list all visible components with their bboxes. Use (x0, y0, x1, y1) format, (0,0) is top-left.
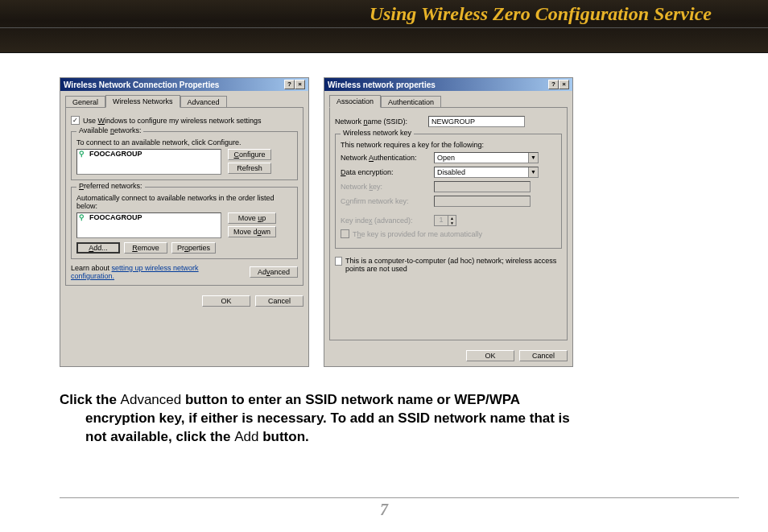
chevron-down-icon[interactable]: ▼ (528, 167, 538, 177)
adhoc-label: This is a computer-to-computer (ad hoc) … (345, 257, 562, 273)
confirm-key-input (434, 196, 531, 207)
encryption-dropdown[interactable]: Disabled ▼ (434, 167, 539, 178)
properties-button[interactable]: Properties (171, 242, 216, 254)
available-hint: To connect to an available network, clic… (76, 138, 292, 146)
tab-advanced[interactable]: Advanced (180, 96, 227, 108)
configure-button[interactable]: Configure (228, 149, 271, 160)
move-up-button[interactable]: Move up (228, 212, 276, 224)
ssid-input[interactable]: NEWGROUP (428, 116, 525, 127)
refresh-button[interactable]: Refresh (228, 163, 271, 174)
tabstrip: General Wireless Networks Advanced (65, 94, 303, 108)
network-name: FOOCAGROUP (89, 150, 142, 158)
tab-wireless-networks[interactable]: Wireless Networks (105, 95, 180, 108)
page-number: 7 (0, 501, 768, 519)
remove-button[interactable]: Remove (124, 242, 167, 254)
instruction-text: Click the Advanced button to enter an SS… (60, 391, 708, 447)
tab-panel: ✓ Use Windows to configure my wireless n… (65, 107, 303, 286)
available-networks-list[interactable]: ⚲ FOOCAGROUP (76, 149, 221, 175)
close-button[interactable]: × (295, 80, 305, 89)
add-button[interactable]: Add... (76, 242, 120, 254)
move-down-button[interactable]: Move down (228, 226, 276, 237)
key-index-label: Key index (advanced): (341, 217, 429, 225)
preferred-networks-legend: Preferred networks: (76, 182, 145, 190)
help-button[interactable]: ? (548, 80, 559, 89)
auth-value: Open (435, 154, 528, 162)
banner-divider (0, 27, 768, 28)
tab-general[interactable]: General (65, 96, 105, 108)
network-icon: ⚲ (79, 150, 87, 158)
list-item[interactable]: ⚲ FOOCAGROUP (77, 213, 221, 221)
footer-divider (60, 497, 739, 498)
tab-authentication[interactable]: Authentication (381, 96, 441, 108)
preferred-hint: Automatically connect to available netwo… (76, 194, 292, 210)
preferred-networks-group: Preferred networks: Automatically connec… (71, 187, 298, 259)
tabstrip: Association Authentication (329, 94, 568, 108)
network-name: FOOCAGROUP (89, 213, 142, 221)
available-networks-legend: Available networks: (76, 126, 143, 134)
ok-button[interactable]: OK (202, 295, 250, 307)
key-hint: This network requires a key for the foll… (341, 141, 556, 149)
network-icon: ⚲ (79, 213, 87, 221)
wireless-network-properties-dialog: Wireless network properties ? × Associat… (324, 77, 573, 367)
encryption-label: Data encryption: (341, 168, 429, 176)
available-networks-group: Available networks: To connect to an ava… (71, 131, 298, 180)
autokey-checkbox (341, 229, 349, 238)
use-windows-checkbox[interactable]: ✓ (71, 116, 80, 125)
wireless-connection-properties-dialog: Wireless Network Connection Properties ?… (60, 77, 309, 367)
network-key-label: Network key: (341, 183, 429, 191)
dialog-title: Wireless network properties (328, 80, 436, 89)
titlebar: Wireless Network Connection Properties ?… (60, 78, 308, 91)
adhoc-checkbox[interactable] (335, 257, 342, 266)
tab-association[interactable]: Association (329, 95, 381, 108)
cancel-button[interactable]: Cancel (519, 350, 568, 361)
page-title: Using Wireless Zero Configuration Servic… (370, 3, 712, 25)
key-index-spinner: 1 ▲▼ (434, 215, 456, 226)
confirm-key-label: Confirm network key: (341, 197, 429, 205)
preferred-networks-list[interactable]: ⚲ FOOCAGROUP (76, 212, 221, 238)
ssid-label: Network name (SSID): (335, 118, 423, 126)
cancel-button[interactable]: Cancel (255, 295, 303, 307)
advanced-button[interactable]: Advanced (250, 266, 298, 278)
close-button[interactable]: × (559, 80, 569, 89)
list-item[interactable]: ⚲ FOOCAGROUP (77, 150, 221, 158)
wireless-key-group: Wireless network key This network requir… (335, 134, 562, 249)
page-banner: Using Wireless Zero Configuration Servic… (0, 0, 768, 53)
dialog-title: Wireless Network Connection Properties (64, 80, 219, 89)
tab-panel: Network name (SSID): NEWGROUP Wireless n… (329, 107, 568, 340)
spinner-arrows-icon: ▲▼ (448, 216, 456, 225)
chevron-down-icon[interactable]: ▼ (528, 153, 538, 163)
use-windows-label: Use Windows to configure my wireless net… (83, 117, 262, 125)
autokey-label: The key is provided for me automatically (353, 230, 482, 238)
encryption-value: Disabled (435, 168, 528, 176)
learn-about-text: Learn about (71, 264, 112, 272)
auth-label: Network Authentication: (341, 154, 429, 162)
wireless-key-legend: Wireless network key (341, 129, 414, 137)
network-key-input (434, 181, 531, 192)
help-button[interactable]: ? (284, 80, 295, 89)
ok-button[interactable]: OK (466, 350, 514, 361)
titlebar: Wireless network properties ? × (324, 78, 572, 91)
key-index-value: 1 (435, 216, 448, 225)
auth-dropdown[interactable]: Open ▼ (434, 152, 539, 163)
